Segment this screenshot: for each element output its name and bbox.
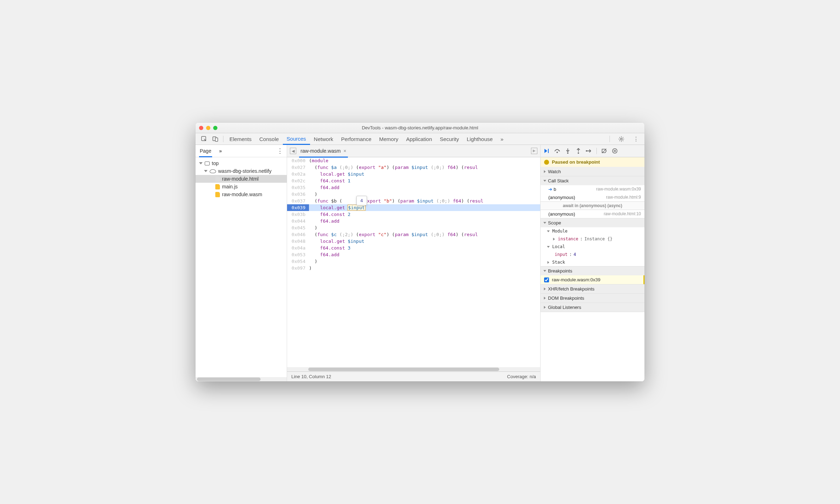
file-tree: top wasm-dbg-stories.netlify raw-module.… [196, 157, 287, 377]
editor-h-scrollbar[interactable] [287, 367, 540, 371]
code-line[interactable]: 0x097) [287, 265, 540, 271]
tabs-overflow[interactable]: » [497, 133, 507, 145]
tree-file-js[interactable]: main.js [196, 183, 287, 191]
code-line[interactable]: 0x037 (func $b ( ) (export "b") (param $… [287, 198, 540, 204]
code-line[interactable]: 0x039 local.get $input [287, 204, 540, 211]
callstack-frame[interactable]: (anonymous)raw-module.html:9 [541, 193, 644, 201]
editor-tab[interactable]: raw-module.wasm × [299, 148, 348, 158]
editor-status-bar: Line 10, Column 12 Coverage: n/a [287, 371, 540, 381]
code-line[interactable]: 0x035 f64.add [287, 184, 540, 191]
svg-point-7 [578, 152, 579, 154]
scope-item[interactable]: instance: Instance {} [541, 235, 644, 243]
tab-lighthouse[interactable]: Lighthouse [463, 133, 496, 145]
code-line[interactable]: 0x046 (func $c (;2;) (export "c") (param… [287, 231, 540, 238]
traffic-lights [199, 126, 217, 130]
step-icon[interactable] [586, 148, 592, 154]
tab-elements[interactable]: Elements [226, 133, 256, 145]
main-toolbar: ElementsConsoleSourcesNetworkPerformance… [196, 133, 644, 145]
scope-local[interactable]: Local [541, 243, 644, 251]
tree-file-wasm[interactable]: raw-module.wasm [196, 191, 287, 198]
code-line[interactable]: 0x02c f64.const 1 [287, 177, 540, 184]
scope-item: input: 4 [541, 251, 644, 258]
svg-rect-4 [548, 149, 549, 153]
code-line[interactable]: 0x045 ) [287, 224, 540, 231]
callstack-async-divider: await in (anonymous) (async) [541, 201, 644, 210]
tab-application[interactable]: Application [402, 133, 436, 145]
resume-icon[interactable] [543, 148, 550, 154]
step-into-icon[interactable] [565, 148, 571, 154]
file-icon [215, 176, 220, 182]
code-line[interactable]: 0x054 ) [287, 258, 540, 265]
code-line[interactable]: 0x02a local.get $input [287, 171, 540, 177]
file-icon [215, 192, 220, 197]
navigator-panel: Page » ⋮ top wasm-dbg-stories.netlify ra… [196, 145, 287, 381]
scope-module[interactable]: Module [541, 227, 644, 235]
svg-point-8 [586, 150, 587, 152]
inspect-icon[interactable] [200, 135, 208, 142]
section-xhr[interactable]: XHR/fetch Breakpoints [541, 285, 644, 293]
coverage-status: Coverage: n/a [507, 374, 536, 379]
svg-rect-11 [615, 150, 616, 152]
code-line[interactable]: 0x027 (func $a (;0;) (export "a") (param… [287, 164, 540, 171]
editor-panel: ◀ raw-module.wasm × 4 0x000(module0x027 … [287, 145, 540, 381]
navigator-tab-page[interactable]: Page [199, 148, 212, 157]
close-window-button[interactable] [199, 126, 203, 130]
window-title: DevTools - wasm-dbg-stories.netlify.app/… [199, 125, 641, 130]
scope-stack[interactable]: Stack [541, 258, 644, 266]
section-scope[interactable]: Scope [541, 218, 644, 227]
step-out-icon[interactable] [575, 148, 582, 154]
callstack-frame[interactable]: ➔braw-module.wasm:0x39 [541, 185, 644, 193]
section-breakpoints[interactable]: Breakpoints [541, 266, 644, 275]
tab-security[interactable]: Security [436, 133, 463, 145]
svg-point-6 [567, 152, 568, 154]
section-callstack[interactable]: Call Stack [541, 176, 644, 185]
cloud-icon [210, 169, 216, 173]
nav-scrollbar[interactable] [196, 377, 287, 381]
code-line[interactable]: 0x000(module [287, 157, 540, 164]
device-toolbar-icon[interactable] [212, 135, 219, 142]
tree-origin[interactable]: wasm-dbg-stories.netlify [196, 167, 287, 175]
code-line[interactable]: 0x044 f64.add [287, 218, 540, 224]
code-line[interactable]: 0x04a f64.const 3 [287, 245, 540, 251]
breakpoint-checkbox[interactable] [544, 277, 549, 282]
code-line[interactable]: 0x048 local.get $input [287, 238, 540, 245]
titlebar: DevTools - wasm-dbg-stories.netlify.app/… [196, 123, 644, 133]
step-over-icon[interactable] [554, 148, 560, 154]
settings-icon[interactable] [618, 135, 625, 142]
tab-memory[interactable]: Memory [375, 133, 402, 145]
section-watch[interactable]: Watch [541, 167, 644, 176]
svg-point-9 [613, 149, 617, 153]
tab-network[interactable]: Network [310, 133, 337, 145]
callstack-frame[interactable]: (anonymous)raw-module.html:10 [541, 210, 644, 218]
tab-sources[interactable]: Sources [283, 133, 310, 145]
pause-banner: Paused on breakpoint [541, 157, 644, 167]
value-tooltip: 4 [356, 196, 367, 205]
code-line[interactable]: 0x053 f64.add [287, 251, 540, 258]
svg-rect-2 [215, 138, 218, 141]
close-icon[interactable]: × [344, 148, 346, 154]
editor-run-snippet-icon[interactable] [531, 148, 537, 154]
devtools-window: DevTools - wasm-dbg-stories.netlify.app/… [196, 123, 644, 381]
tree-file-html[interactable]: raw-module.html [196, 175, 287, 183]
code-line[interactable]: 0x03b f64.const 2 [287, 211, 540, 218]
minimize-window-button[interactable] [206, 126, 210, 130]
tab-performance[interactable]: Performance [337, 133, 375, 145]
svg-rect-10 [614, 150, 615, 152]
maximize-window-button[interactable] [213, 126, 217, 130]
section-dom[interactable]: DOM Breakpoints [541, 294, 644, 303]
navigator-menu-icon[interactable]: ⋮ [277, 147, 283, 155]
tree-frame-top[interactable]: top [196, 159, 287, 167]
deactivate-breakpoints-icon[interactable] [601, 148, 607, 154]
kebab-menu-icon[interactable]: ⋮ [632, 135, 640, 142]
breakpoint-item[interactable]: raw-module.wasm:0x39 [541, 275, 644, 284]
section-global[interactable]: Global Listeners [541, 303, 644, 312]
file-icon [215, 184, 220, 189]
frame-icon [205, 162, 210, 165]
navigator-tabs-overflow[interactable]: » [219, 148, 222, 154]
tab-console[interactable]: Console [256, 133, 283, 145]
svg-point-5 [556, 152, 558, 153]
editor-nav-back-icon[interactable]: ◀ [290, 148, 296, 154]
pause-exceptions-icon[interactable] [612, 148, 618, 154]
code-line[interactable]: 0x036 ) [287, 191, 540, 198]
code-editor[interactable]: 4 0x000(module0x027 (func $a (;0;) (expo… [287, 157, 540, 367]
